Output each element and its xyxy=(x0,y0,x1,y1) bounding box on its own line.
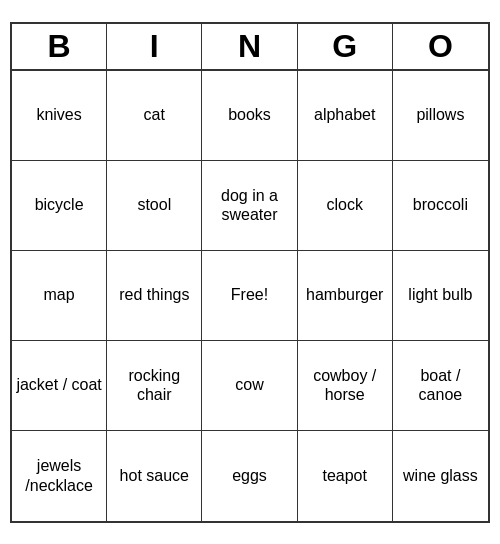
header-letter: I xyxy=(107,24,202,69)
bingo-cell: pillows xyxy=(393,71,488,161)
bingo-cell: eggs xyxy=(202,431,297,521)
bingo-cell: stool xyxy=(107,161,202,251)
bingo-cell: Free! xyxy=(202,251,297,341)
bingo-cell: cowboy / horse xyxy=(298,341,393,431)
bingo-header: BINGO xyxy=(12,24,488,71)
header-letter: O xyxy=(393,24,488,69)
bingo-card: BINGO knivescatbooksalphabetpillowsbicyc… xyxy=(10,22,490,523)
bingo-cell: jewels /necklace xyxy=(12,431,107,521)
bingo-cell: broccoli xyxy=(393,161,488,251)
bingo-cell: map xyxy=(12,251,107,341)
bingo-cell: bicycle xyxy=(12,161,107,251)
bingo-cell: cat xyxy=(107,71,202,161)
bingo-cell: hamburger xyxy=(298,251,393,341)
bingo-cell: books xyxy=(202,71,297,161)
bingo-cell: alphabet xyxy=(298,71,393,161)
header-letter: G xyxy=(298,24,393,69)
header-letter: N xyxy=(202,24,297,69)
bingo-cell: light bulb xyxy=(393,251,488,341)
bingo-cell: wine glass xyxy=(393,431,488,521)
bingo-cell: red things xyxy=(107,251,202,341)
bingo-cell: jacket / coat xyxy=(12,341,107,431)
bingo-grid: knivescatbooksalphabetpillowsbicyclestoo… xyxy=(12,71,488,521)
bingo-cell: dog in a sweater xyxy=(202,161,297,251)
bingo-cell: knives xyxy=(12,71,107,161)
bingo-cell: hot sauce xyxy=(107,431,202,521)
bingo-cell: boat / canoe xyxy=(393,341,488,431)
bingo-cell: cow xyxy=(202,341,297,431)
header-letter: B xyxy=(12,24,107,69)
bingo-cell: clock xyxy=(298,161,393,251)
bingo-cell: rocking chair xyxy=(107,341,202,431)
bingo-cell: teapot xyxy=(298,431,393,521)
